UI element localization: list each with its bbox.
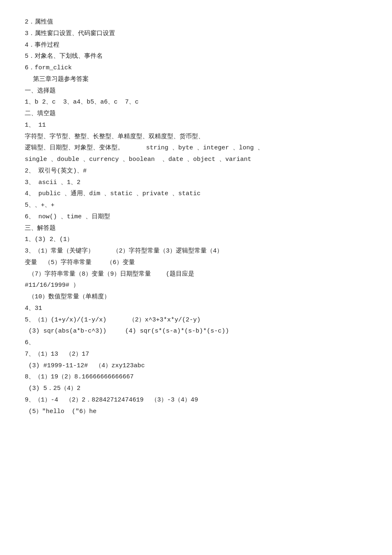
text-line-3: 5．对象名、下划线、事件名 <box>25 51 367 62</box>
text-line-29: 7、（1）13 （2）17 <box>25 349 367 360</box>
text-line-15: 4、 public 、通用、dim 、static 、private 、stat… <box>25 188 367 200</box>
text-line-2: 4．事件过程 <box>25 40 367 51</box>
text-line-6: 一、选择题 <box>25 85 367 97</box>
text-line-8: 二、填空题 <box>25 108 367 120</box>
text-line-16: 5、、+、+ <box>25 200 367 211</box>
text-line-19: 1、(3) 2、(1） <box>25 234 367 246</box>
text-line-13: 2、 双引号(英文)、# <box>25 165 367 177</box>
text-line-31: 8、（1）19（2）8.16666666666667 <box>25 371 367 383</box>
text-line-24: （10）数值型常量（单精度） <box>25 291 367 303</box>
text-line-27: (3) sqr(abs(a*b-c^3)) (4) sqr(s*(s-a)*(s… <box>25 326 367 337</box>
text-line-32: (3) 5．25（4）2 <box>25 383 367 394</box>
text-line-30: (3) #1999-11-12# （4）zxy123abc <box>25 360 367 372</box>
text-line-33: 9、（1）-4 （2）2．82842712474619 （3）-3（4）49 <box>25 394 367 406</box>
text-line-23: #11/16/1999# ） <box>25 280 367 291</box>
text-line-18: 三、解答题 <box>25 223 367 234</box>
text-line-5: 第三章习题参考答案 <box>25 74 367 85</box>
text-line-9: 1、 11 <box>25 120 367 131</box>
text-line-22: （7）字符串常量（8）变量（9）日期型常量 (题目应是 <box>25 269 367 280</box>
text-line-14: 3、 ascii 、1、2 <box>25 177 367 189</box>
text-line-17: 6、 now() 、time 、日期型 <box>25 211 367 223</box>
text-line-25: 4、31 <box>25 303 367 314</box>
main-content: 2．属性值3．属性窗口设置、代码窗口设置4．事件过程5．对象名、下划线、事件名6… <box>25 17 367 417</box>
text-line-10: 字符型、字节型、整型、长整型、单精度型、双精度型、货币型、 <box>25 131 367 143</box>
text-line-28: 6、 <box>25 337 367 349</box>
text-line-11: 逻辑型、日期型、对象型、变体型。 string 、byte 、integer 、… <box>25 142 367 154</box>
text-line-12: single 、double 、currency 、boolean 、date … <box>25 154 367 165</box>
text-line-0: 2．属性值 <box>25 17 367 28</box>
text-line-21: 变量 （5）字符串常量 （6）变量 <box>25 257 367 269</box>
text-line-26: 5、（1）(1+y/x)/(1-y/x) （2）x^3+3*x*y/(2-y) <box>25 314 367 326</box>
text-line-34: (5）"hello ("6）he <box>25 406 367 418</box>
text-line-1: 3．属性窗口设置、代码窗口设置 <box>25 28 367 40</box>
text-line-4: 6．form_click <box>25 62 367 74</box>
text-line-20: 3、（1）常量（关键字） （2）字符型常量（3）逻辑型常量（4） <box>25 246 367 257</box>
text-line-7: 1、b 2、c 3、a4、b5、a6、c 7、c <box>25 97 367 108</box>
